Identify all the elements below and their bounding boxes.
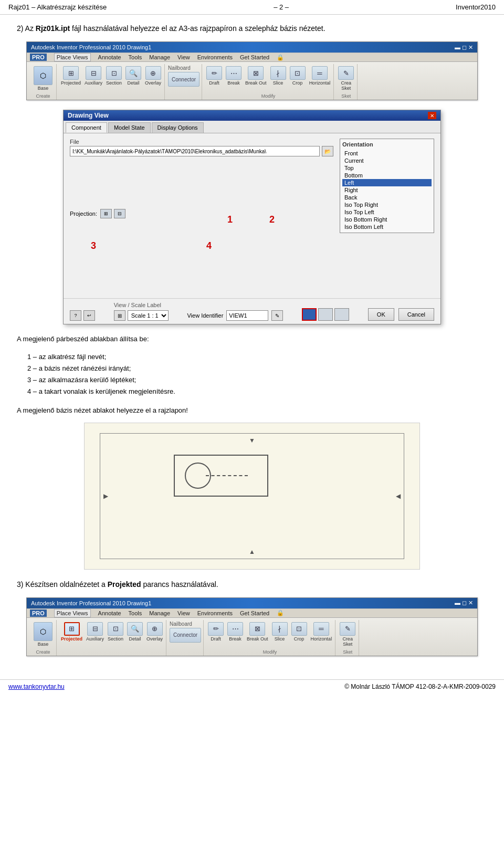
page-footer: www.tankonyvtar.hu © Molnár László TÁMOP… [0, 679, 504, 694]
orient-back[interactable]: Back [342, 194, 432, 201]
detail-btn-2[interactable]: 🔍 Detail [126, 622, 144, 642]
scale-select[interactable]: Scale 1 : 1 [128, 310, 169, 321]
break-out-btn[interactable]: ⊠ Break Out [244, 66, 268, 86]
slice-btn-2[interactable]: ∤ Slice [271, 622, 289, 642]
window-controls-2: ▬ ◻ ✕ [455, 600, 473, 606]
sket-label: Sket [337, 92, 355, 100]
proj-icon-2[interactable]: ⊟ [114, 209, 125, 218]
orient-iso-top-left[interactable]: Iso Top Left [342, 208, 432, 216]
menu2-get-started[interactable]: Get Started [240, 610, 269, 616]
menu-view[interactable]: View [177, 54, 190, 60]
menu-annotate[interactable]: Annotate [98, 54, 121, 60]
dialog-close-btn[interactable]: ✕ [428, 112, 436, 119]
menu-bar-2: PRO Place Views Annotate Tools Manage Vi… [27, 608, 477, 618]
paragraph2: A megjelenő bázis nézet ablakot helyezze… [17, 405, 487, 416]
proj-icon-1[interactable]: ⊞ [100, 209, 112, 218]
break-out-btn-2[interactable]: ⊠ Break Out [246, 622, 269, 642]
projected-btn-2[interactable]: ⊞ Projected [60, 622, 83, 642]
orient-current[interactable]: Current [342, 157, 432, 164]
tab-display-options[interactable]: Display Options [152, 122, 204, 133]
base-btn[interactable]: ⬡ Base [32, 66, 54, 91]
orient-top[interactable]: Top [342, 164, 432, 172]
orient-iso-top-right[interactable]: Iso Top Right [342, 201, 432, 208]
menu2-tools[interactable]: Tools [129, 610, 142, 616]
menu-lock[interactable]: 🔒 [277, 54, 284, 61]
menu-tools[interactable]: Tools [129, 54, 142, 60]
menu2-view[interactable]: View [177, 610, 190, 616]
menu-manage[interactable]: Manage [149, 54, 170, 60]
menu-place-views[interactable]: Place Views [54, 53, 91, 61]
style-btn-1[interactable] [302, 308, 317, 321]
browse-btn[interactable]: 📂 [322, 146, 333, 156]
ribbon-group-create-2: ⊞ Projected ⊟ Auxiliary ⊡ Section 🔍 Deta… [58, 620, 166, 656]
number-1: 1 [227, 214, 233, 225]
menu2-environments[interactable]: Environments [197, 610, 233, 616]
break-btn-1[interactable]: ⋯ Break [225, 66, 243, 86]
orient-iso-bottom-left[interactable]: Iso Bottom Left [342, 223, 432, 230]
break-btn-2[interactable]: ⋯ Break [226, 622, 244, 642]
horizontal-btn-2[interactable]: ═ Horizontal [310, 622, 333, 642]
ribbon-group-nailboard: Nailboard Connector [166, 64, 202, 100]
base-btn-2[interactable]: ⬡ Base [32, 622, 54, 647]
instructions-list: 1 – az alkatrész fájl nevét; 2 – a bázis… [17, 351, 487, 397]
detail-btn[interactable]: 🔍 Detail [124, 66, 142, 86]
dialog-titlebar: Drawing View ✕ [64, 110, 440, 121]
file-input[interactable] [70, 146, 320, 156]
file-label: File [70, 139, 333, 145]
view-id-input[interactable] [226, 310, 268, 321]
orient-bottom[interactable]: Bottom [342, 172, 432, 179]
toolbar2: Autodesk Inventor Professional 2010 Draw… [26, 597, 478, 656]
projection-label: Projection: [70, 211, 97, 217]
tab-component[interactable]: Component [66, 122, 107, 133]
connector-btn-2[interactable]: Connector [170, 628, 201, 643]
style-btn-3[interactable] [334, 308, 349, 321]
orient-iso-bottom-right[interactable]: Iso Bottom Right [342, 216, 432, 223]
scale-icon-btn[interactable]: ⊞ [114, 310, 125, 321]
section2-title: 2) Az Rjz01k.ipt fájl használatával hely… [17, 23, 487, 34]
footer-link[interactable]: www.tankonyvtar.hu [8, 683, 65, 690]
menu2-place-views[interactable]: Place Views [54, 609, 91, 617]
ok-cancel-group: OK Cancel [368, 308, 434, 321]
dialog-bottom-row: ? ↩ View / Scale Label ⊞ Scale 1 : 1 Vie… [64, 298, 440, 324]
ribbon-group-sketch: ✎ CreaSket Sket [335, 64, 358, 100]
auxiliary-btn[interactable]: ⊟ Auxiliary [83, 66, 103, 86]
number-4: 4 [206, 240, 212, 251]
menu-get-started[interactable]: Get Started [240, 54, 269, 60]
create-sketch-btn-2[interactable]: ✎ CreaSket [339, 622, 356, 647]
menu2-annotate[interactable]: Annotate [98, 610, 121, 616]
overlay-btn[interactable]: ⊕ Overlay [144, 66, 162, 86]
view-id-edit-btn[interactable]: ✎ [271, 310, 283, 321]
draft-btn[interactable]: ✏ Draft [205, 66, 223, 86]
menu2-lock[interactable]: 🔒 [277, 610, 284, 616]
cancel-btn[interactable]: Cancel [398, 308, 434, 321]
crop-btn-2[interactable]: ⊡ Crop [290, 622, 308, 642]
orient-left[interactable]: Left [342, 179, 432, 186]
projected-btn-1[interactable]: ⊞ Projected [60, 66, 82, 86]
ribbon-group-pro: ⬡ Base Create [30, 64, 57, 100]
style-btn-2[interactable] [318, 308, 333, 321]
orient-front[interactable]: Front [342, 150, 432, 157]
orient-right[interactable]: Right [342, 186, 432, 194]
horizontal-btn[interactable]: ═ Horizontal [308, 66, 332, 86]
crop-btn-1[interactable]: ⊡ Crop [289, 66, 307, 86]
connector-btn[interactable]: Connector [168, 72, 200, 87]
section-btn[interactable]: ⊡ Section [105, 66, 123, 86]
overlay-btn-2[interactable]: ⊕ Overlay [145, 622, 164, 642]
bottom-icon-1[interactable]: ? [70, 310, 81, 321]
menu-environments[interactable]: Environments [197, 54, 233, 60]
draft-btn-2[interactable]: ✏ Draft [207, 622, 225, 642]
auxiliary-btn-2[interactable]: ⊟ Auxiliary [85, 622, 105, 642]
arrow-top: ▼ [249, 437, 255, 444]
orientation-box: Orientation Front Current Top Bottom Lef… [340, 139, 434, 233]
tab-model-state[interactable]: Model State [108, 122, 151, 133]
menu2-manage[interactable]: Manage [149, 610, 170, 616]
ok-btn[interactable]: OK [368, 308, 394, 321]
create-sketch-btn[interactable]: ✎ CreaSket [337, 66, 355, 91]
section-btn-2[interactable]: ⊡ Section [107, 622, 124, 642]
menu2-pro[interactable]: PRO [30, 610, 47, 617]
projection-icons: ⊞ ⊟ [100, 209, 125, 218]
bottom-icon-2[interactable]: ↩ [83, 310, 95, 321]
number-3: 3 [91, 240, 96, 251]
slice-btn[interactable]: ∤ Slice [269, 66, 287, 86]
menu-pro[interactable]: PRO [30, 54, 47, 61]
